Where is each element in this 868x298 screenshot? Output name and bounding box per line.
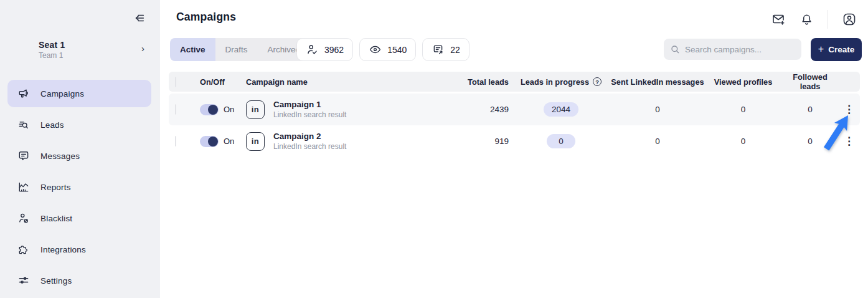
- table-header: On/Off Campaign name Total leads Leads i…: [169, 72, 860, 92]
- sidebar-item-label: Leads: [40, 120, 64, 130]
- search-icon: [670, 44, 680, 54]
- onoff-toggle[interactable]: [200, 136, 219, 147]
- collapse-sidebar-icon[interactable]: [132, 11, 146, 25]
- stats-chips: 3962 1540 22: [296, 38, 469, 61]
- message-share-icon: [432, 43, 445, 56]
- plus-icon: +: [818, 44, 824, 55]
- campaign-subtitle: LinkedIn search result: [273, 110, 346, 119]
- viewed-profiles-value: 0: [704, 137, 782, 146]
- campaign-tabs: Active Drafts Archived: [170, 38, 310, 61]
- linkedin-icon: in: [246, 100, 265, 119]
- megaphone-icon: [17, 87, 30, 100]
- message-icon: [17, 150, 30, 162]
- chevron-right-icon: ›: [141, 43, 144, 54]
- table-row[interactable]: On in Campaign 2 LinkedIn search result …: [169, 125, 860, 157]
- column-onoff: On/Off: [196, 77, 246, 87]
- stat-value: 22: [450, 45, 460, 55]
- campaign-name[interactable]: Campaign 1: [273, 100, 346, 109]
- help-icon[interactable]: ?: [593, 77, 601, 86]
- row-checkbox[interactable]: [175, 136, 176, 147]
- seat-subtitle: Team 1: [39, 51, 65, 60]
- sidebar-item-reports[interactable]: Reports: [7, 173, 151, 201]
- leads-in-progress-badge: 2044: [544, 102, 578, 117]
- column-viewed-profiles: Viewed profiles: [704, 77, 782, 87]
- column-followed-leads: Followed leads: [782, 72, 838, 91]
- sidebar-item-integrations[interactable]: Integrations: [7, 236, 151, 263]
- table-row[interactable]: On in Campaign 1 LinkedIn search result …: [169, 94, 860, 125]
- mail-plus-icon[interactable]: [771, 12, 786, 27]
- sliders-icon: [17, 274, 30, 287]
- leads-in-progress-badge: 0: [547, 134, 575, 148]
- total-leads-value: 2439: [421, 105, 511, 114]
- viewed-profiles-value: 0: [704, 105, 782, 114]
- sent-messages-value: 0: [611, 137, 704, 146]
- stat-accepted-invites[interactable]: 3962: [296, 38, 353, 61]
- page-title: Campaigns: [176, 11, 236, 24]
- user-block-icon: [17, 212, 30, 224]
- header-actions: [757, 10, 857, 29]
- column-sent-messages: Sent LinkedIn messages: [611, 77, 704, 87]
- tab-active[interactable]: Active: [170, 38, 215, 61]
- search-input[interactable]: [685, 45, 791, 54]
- sidebar: Seat 1 Team 1 › Campaigns: [0, 0, 160, 298]
- user-check-icon: [306, 43, 319, 56]
- stat-value: 3962: [324, 45, 344, 55]
- sidebar-item-settings[interactable]: Settings: [7, 267, 151, 294]
- linkedin-icon: in: [246, 132, 265, 151]
- header-divider: [828, 10, 828, 29]
- stat-replies[interactable]: 22: [422, 38, 469, 61]
- sidebar-item-blacklist[interactable]: Blacklist: [7, 204, 151, 232]
- sidebar-item-label: Blacklist: [40, 214, 72, 223]
- tab-drafts[interactable]: Drafts: [215, 38, 258, 61]
- bell-icon[interactable]: [800, 12, 814, 27]
- column-leads-in-progress: Leads in progress: [521, 77, 589, 87]
- seat-selector[interactable]: Seat 1 Team 1 ›: [0, 37, 160, 62]
- sidebar-item-label: Integrations: [40, 245, 86, 254]
- search-box: [664, 39, 801, 60]
- puzzle-icon: [17, 243, 30, 256]
- column-total-leads: Total leads: [421, 77, 511, 87]
- campaign-name[interactable]: Campaign 2: [273, 132, 346, 141]
- sidebar-item-label: Reports: [40, 183, 71, 192]
- seat-title: Seat 1: [39, 40, 65, 50]
- sidebar-item-label: Campaigns: [40, 89, 84, 99]
- sidebar-menu: Campaigns Leads: [0, 80, 160, 298]
- create-button[interactable]: + Create: [811, 38, 862, 61]
- campaign-subtitle: LinkedIn search result: [273, 142, 346, 151]
- sent-messages-value: 0: [611, 105, 704, 114]
- list-search-icon: [17, 118, 30, 131]
- toggle-state-label: On: [224, 105, 234, 114]
- followed-leads-value: 0: [782, 105, 838, 114]
- followed-leads-value: 0: [782, 137, 838, 146]
- select-all-checkbox[interactable]: [175, 77, 176, 87]
- toggle-state-label: On: [224, 137, 234, 146]
- account-icon[interactable]: [842, 12, 857, 27]
- chart-icon: [17, 181, 30, 193]
- sidebar-item-messages[interactable]: Messages: [7, 142, 151, 170]
- column-campaign-name: Campaign name: [246, 77, 421, 87]
- stat-viewed[interactable]: 1540: [359, 38, 416, 61]
- sidebar-item-leads[interactable]: Leads: [7, 111, 151, 138]
- row-menu-kebab-icon[interactable]: ⋮: [838, 104, 860, 115]
- total-leads-value: 919: [421, 137, 511, 146]
- sidebar-item-label: Settings: [40, 276, 72, 286]
- create-button-label: Create: [828, 45, 854, 54]
- main-content: Campaigns Active Dra: [160, 0, 868, 298]
- sidebar-item-label: Messages: [40, 151, 80, 161]
- onoff-toggle[interactable]: [200, 104, 219, 115]
- eye-icon: [369, 43, 382, 56]
- campaigns-table: On/Off Campaign name Total leads Leads i…: [169, 72, 860, 157]
- stat-value: 1540: [387, 45, 407, 55]
- sidebar-item-campaigns[interactable]: Campaigns: [7, 80, 151, 107]
- row-checkbox[interactable]: [175, 104, 176, 115]
- row-menu-kebab-icon[interactable]: ⋮: [838, 136, 860, 147]
